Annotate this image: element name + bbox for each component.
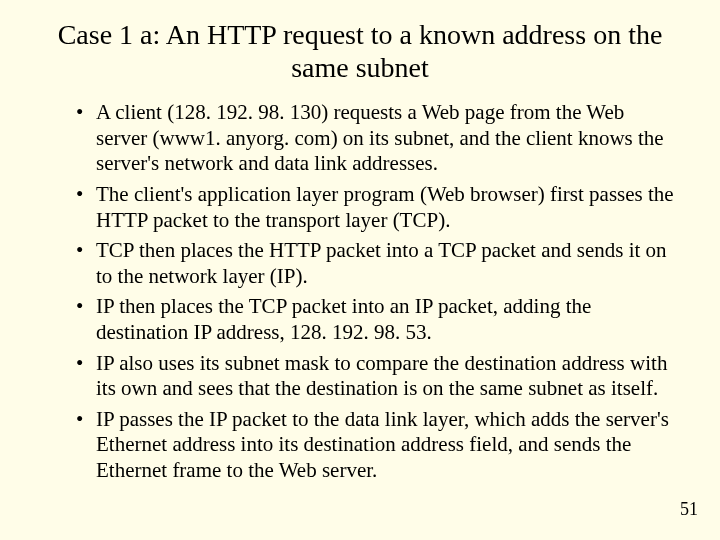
bullet-list: A client (128. 192. 98. 130) requests a …: [40, 100, 680, 484]
slide-title: Case 1 a: An HTTP request to a known add…: [40, 18, 680, 84]
list-item: The client's application layer program (…: [76, 182, 680, 233]
list-item: IP then places the TCP packet into an IP…: [76, 294, 680, 345]
list-item: IP also uses its subnet mask to compare …: [76, 351, 680, 402]
list-item: A client (128. 192. 98. 130) requests a …: [76, 100, 680, 177]
page-number: 51: [680, 499, 698, 520]
list-item: IP passes the IP packet to the data link…: [76, 407, 680, 484]
list-item: TCP then places the HTTP packet into a T…: [76, 238, 680, 289]
